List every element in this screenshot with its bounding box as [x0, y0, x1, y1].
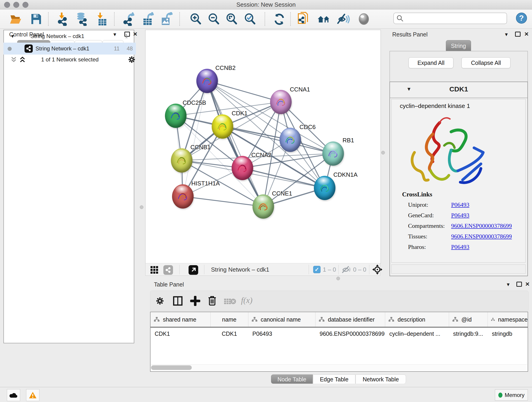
cloud-icon: [9, 392, 18, 398]
protein-details: cyclin–dependent kinase 1 CrossLinks Uni…: [391, 99, 526, 263]
crosslink-link[interactable]: P06493: [451, 244, 469, 250]
help-icon[interactable]: ?: [515, 12, 527, 25]
toolbar-separator: [114, 12, 114, 26]
cell-name[interactable]: CDK1: [210, 331, 248, 337]
cell-database-identifier[interactable]: 9606.ENSP00000378699: [316, 331, 385, 337]
share-view-icon[interactable]: [163, 265, 173, 275]
zoom-selected-icon[interactable]: [244, 12, 256, 26]
toolbar-separator: [338, 265, 339, 274]
zoom-out-icon[interactable]: [207, 12, 220, 26]
panel-close-icon[interactable]: ✕: [525, 281, 530, 287]
left-splitter-handle[interactable]: [140, 205, 143, 209]
crosslink-link[interactable]: 9606.ENSP00000378699: [451, 223, 512, 230]
table-row[interactable]: CDK1 CDK1 P06493 9606.ENSP00000378699 cy…: [151, 327, 528, 340]
eye-sphere-icon[interactable]: [357, 12, 370, 26]
cell-description[interactable]: cyclin–dependent ...: [385, 331, 449, 337]
results-scrollbar-track[interactable]: [391, 264, 526, 274]
cell-canonical-name[interactable]: P06493: [248, 331, 316, 337]
save-session-icon[interactable]: [30, 12, 43, 26]
network-node-CDC25B[interactable]: [165, 104, 186, 128]
column-header-at-id[interactable]: @id: [449, 312, 488, 327]
tab-node-table[interactable]: Node Table: [271, 375, 313, 384]
open-file-icon[interactable]: [9, 12, 22, 26]
network-view-canvas[interactable]: CCNB2 CCNA1 CDC25B CDK1 CDC6 RB1 CCNB1: [145, 30, 381, 264]
table-header-row: shared name name canonical name database…: [151, 312, 528, 327]
fit-content-crosshair-icon[interactable]: [372, 264, 382, 274]
cell-shared-name[interactable]: CDK1: [151, 331, 210, 337]
tab-network-table[interactable]: Network Table: [355, 375, 406, 384]
window-title: Session: New Session: [0, 0, 532, 9]
network-node-CDC6[interactable]: [279, 128, 301, 152]
import-network-icon[interactable]: [56, 12, 69, 26]
scrollbar-thumb[interactable]: [151, 365, 192, 370]
export-network-icon[interactable]: [123, 12, 136, 26]
network-node-RB1[interactable]: [322, 141, 344, 166]
selected-nodes-checkbox[interactable]: ✓: [313, 266, 321, 273]
function-builder-icon[interactable]: f(x): [241, 295, 253, 305]
network-node-CCNB1[interactable]: [171, 148, 192, 172]
node-label: RB1: [342, 137, 354, 144]
column-header-canonical-name[interactable]: canonical name: [248, 312, 316, 327]
tree-expand-icon[interactable]: ▼: [10, 30, 15, 42]
panel-float-icon[interactable]: [516, 282, 522, 287]
network-node-CCNB2[interactable]: [196, 69, 218, 93]
panel-menu-icon[interactable]: ▾: [505, 32, 508, 37]
network-node-CCNA1[interactable]: [270, 90, 292, 114]
panel-close-icon[interactable]: ✕: [524, 32, 529, 37]
add-column-icon[interactable]: [190, 296, 200, 306]
import-table-icon[interactable]: [96, 12, 109, 26]
column-header-description[interactable]: description: [385, 312, 449, 327]
table-settings-gear-icon[interactable]: [155, 296, 165, 306]
crosslink-link[interactable]: P06493: [451, 212, 469, 219]
tab-edge-table[interactable]: Edge Table: [313, 375, 355, 384]
network-node-HIST1H1A[interactable]: [172, 184, 194, 209]
toolbar-separator: [179, 12, 180, 26]
export-image-icon[interactable]: [160, 12, 173, 26]
panel-menu-icon[interactable]: ▾: [507, 282, 510, 287]
hide-eye-icon[interactable]: [337, 12, 350, 26]
protein-structure: [170, 109, 182, 122]
birds-eye-view-icon[interactable]: [189, 265, 198, 275]
homes-icon[interactable]: [317, 12, 330, 26]
network-node-CCNE1[interactable]: [253, 194, 274, 219]
column-header-database-identifier[interactable]: database identifier: [316, 312, 385, 327]
panel-float-icon[interactable]: [515, 32, 520, 37]
right-splitter-handle[interactable]: [381, 151, 385, 154]
export-to-web-icon[interactable]: [297, 12, 310, 26]
toolbar-separator: [204, 265, 204, 274]
crosslink-link[interactable]: 9606.ENSP00000378699: [451, 233, 512, 240]
collapse-all-button[interactable]: Collapse All: [462, 57, 510, 68]
protein-group-header[interactable]: ▼ CDK1: [390, 82, 527, 98]
node-label: CDC6: [299, 123, 316, 131]
export-table-icon[interactable]: [142, 12, 155, 26]
cloud-button[interactable]: [7, 389, 20, 401]
delete-column-icon[interactable]: [207, 295, 217, 306]
network-node-CDK1[interactable]: [212, 114, 233, 139]
column-header-shared-name[interactable]: shared name: [151, 312, 210, 327]
network-node-CCNA2[interactable]: [232, 156, 253, 180]
node-label: HIST1H1A: [191, 180, 220, 187]
network-options-gear-icon[interactable]: [128, 56, 136, 64]
network-collection-row[interactable]: ▼ String Network – cdk1 1: [3, 30, 136, 42]
zoom-fit-icon[interactable]: [225, 12, 238, 26]
tab-string[interactable]: String: [446, 40, 471, 51]
show-columns-icon[interactable]: [173, 296, 183, 306]
refresh-icon[interactable]: [273, 12, 286, 26]
import-network-from-database-icon[interactable]: [75, 12, 88, 26]
main-toolbar: ?: [0, 9, 532, 29]
crosslink-link[interactable]: P06493: [451, 201, 469, 208]
delete-table-icon[interactable]: [224, 298, 236, 305]
cell-at-id[interactable]: stringdb:9...: [449, 331, 488, 337]
memory-button[interactable]: Memory: [495, 389, 528, 401]
expand-all-button[interactable]: Expand All: [409, 57, 453, 68]
table-horizontal-scrollbar[interactable]: [151, 364, 527, 370]
grid-view-icon[interactable]: [150, 266, 159, 274]
search-input[interactable]: [393, 13, 507, 24]
zoom-in-icon[interactable]: [189, 12, 202, 26]
network-row-selected[interactable]: String Network – cdk1 11 48: [3, 43, 136, 55]
network-node-CDKN1A[interactable]: [314, 176, 336, 200]
column-header-namespace[interactable]: namespace: [488, 312, 528, 327]
warning-button[interactable]: [26, 389, 39, 401]
column-header-name[interactable]: name: [210, 312, 248, 327]
cell-namespace[interactable]: stringdb: [488, 331, 528, 337]
